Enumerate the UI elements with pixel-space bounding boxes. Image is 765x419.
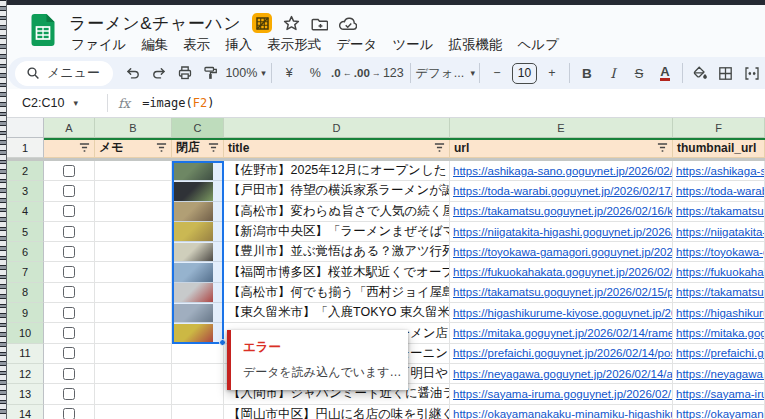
header-cell-url[interactable]: url (450, 138, 673, 158)
column-header-c[interactable]: C (172, 118, 224, 138)
checkbox[interactable] (63, 246, 75, 258)
cell-thumbnail-url[interactable]: https://higashikurume (673, 303, 765, 323)
row-header[interactable]: 9 (7, 303, 44, 323)
cell-url[interactable]: https://okayamanakaku-minamiku-higashiku… (450, 405, 673, 419)
cell-image[interactable] (172, 202, 224, 222)
cell-memo[interactable] (95, 323, 172, 343)
search-menus-button[interactable]: メニュー (15, 61, 113, 86)
column-header-e[interactable]: E (450, 118, 673, 138)
filter-icon[interactable] (657, 142, 668, 153)
thumbnail-url-link[interactable]: https://sayama-iruma (676, 388, 765, 400)
cell-checkbox[interactable] (44, 344, 95, 364)
checkbox[interactable] (63, 226, 75, 238)
url-link[interactable]: https://okayamanakaku-minamiku-higashiku… (453, 408, 673, 419)
cell-url[interactable]: https://takamatsu.goguynet.jp/2026/02/15… (450, 283, 673, 303)
cell-memo[interactable] (95, 202, 172, 222)
header-cell-title[interactable]: title (224, 138, 450, 158)
font-family-select[interactable]: デフォ... ▾ (415, 60, 475, 86)
checkbox[interactable] (63, 205, 75, 217)
row-header[interactable]: 10 (7, 323, 44, 343)
cell-url[interactable]: https://mitaka.goguynet.jp/2026/02/14/ra… (450, 323, 673, 343)
column-header-a[interactable]: A (44, 118, 95, 138)
cell-thumbnail-url[interactable]: https://niigatakita-hig (673, 222, 765, 242)
menu-insert[interactable]: 挿入 (225, 36, 252, 54)
thumbnail-url-link[interactable]: https://takamatsu.go (676, 205, 765, 217)
header-cell-memo[interactable]: メモ (95, 138, 172, 158)
checkbox[interactable] (63, 185, 75, 197)
thumbnail-url-link[interactable]: https://mitaka.goguyn (676, 327, 765, 339)
menu-extensions[interactable]: 拡張機能 (449, 36, 503, 54)
menu-help[interactable]: ヘルプ (518, 36, 559, 54)
xlsx-format-badge[interactable] (252, 13, 272, 33)
menu-tools[interactable]: ツール (392, 36, 433, 54)
menu-edit[interactable]: 編集 (141, 36, 168, 54)
cell-memo[interactable] (95, 262, 172, 282)
cell-checkbox[interactable] (44, 405, 95, 419)
document-title[interactable]: ラーメン&チャーハン (69, 12, 241, 35)
number-format-button[interactable]: 123 (380, 60, 406, 86)
row-header-1[interactable]: 1 (7, 138, 44, 158)
checkbox[interactable] (63, 165, 75, 177)
cloud-saved-icon[interactable] (339, 16, 357, 31)
checkbox[interactable] (63, 307, 75, 319)
text-color-button[interactable]: A (652, 60, 678, 86)
cell-memo[interactable] (95, 303, 172, 323)
zoom-control[interactable]: 100% ▾ (224, 60, 267, 86)
italic-button[interactable]: I (600, 60, 626, 86)
cell-title[interactable]: 【新潟市中央区】「ラーメンまぜそばマゼシャ (224, 222, 450, 242)
cell-memo[interactable] (95, 242, 172, 262)
cell-thumbnail-url[interactable]: https://okayamanaka (673, 405, 765, 419)
url-link[interactable]: https://prefaichi.goguynet.jp/2026/02/14… (453, 347, 673, 359)
cell-thumbnail-url[interactable]: https://toda-warabi.g (673, 181, 765, 201)
cell-checkbox[interactable] (44, 283, 95, 303)
url-link[interactable]: https://takamatsu.goguynet.jp/2026/02/16… (453, 205, 673, 217)
cell-checkbox[interactable] (44, 323, 95, 343)
checkbox[interactable] (63, 408, 75, 419)
cell-image[interactable] (172, 384, 224, 404)
menu-format[interactable]: 表示形式 (267, 36, 321, 54)
fill-handle[interactable] (219, 339, 226, 346)
thumbnail-url-link[interactable]: https://okayamanaka (676, 408, 765, 419)
thumbnail-url-link[interactable]: https://neyagawa.gog (676, 368, 765, 380)
checkbox[interactable] (63, 286, 75, 298)
cell-title[interactable]: 【岡山市中区】円山に名店の味を引継ぐ「中華 (224, 405, 450, 419)
format-currency-button[interactable]: ¥ (276, 60, 302, 86)
move-to-folder-icon[interactable] (311, 15, 328, 32)
cell-memo[interactable] (95, 344, 172, 364)
thumbnail-url-link[interactable]: https://ashikaga-sano (676, 165, 765, 177)
cell-memo[interactable] (95, 161, 172, 181)
row-header[interactable]: 2 (7, 161, 44, 181)
cell-memo[interactable] (95, 384, 172, 404)
cell-image[interactable] (172, 344, 224, 364)
url-link[interactable]: https://niigatakita-higashi.goguynet.jp/… (453, 226, 673, 238)
cell-thumbnail-url[interactable]: https://takamatsu.go (673, 202, 765, 222)
cell-image[interactable] (172, 323, 224, 343)
cell-image[interactable] (172, 161, 224, 181)
url-link[interactable]: https://toyokawa-gamagori.goguynet.jp/20… (453, 246, 673, 258)
cell-checkbox[interactable] (44, 384, 95, 404)
cell-image[interactable] (172, 405, 224, 419)
cell-url[interactable]: https://niigatakita-higashi.goguynet.jp/… (450, 222, 673, 242)
url-link[interactable]: https://mitaka.goguynet.jp/2026/02/14/ra… (453, 327, 673, 339)
formula-input[interactable]: =image(F2) (142, 96, 214, 110)
format-percent-button[interactable]: % (302, 60, 328, 86)
row-header[interactable]: 14 (7, 405, 44, 419)
cell-thumbnail-url[interactable]: https://mitaka.goguyn (673, 323, 765, 343)
menu-data[interactable]: データ (336, 36, 377, 54)
column-header-d[interactable]: D (224, 118, 450, 138)
thumbnail-url-link[interactable]: https://toda-warabi.g (676, 185, 765, 197)
cell-checkbox[interactable] (44, 202, 95, 222)
url-link[interactable]: https://sayama-iruma.goguynet.jp/2026/02… (453, 388, 673, 400)
cell-thumbnail-url[interactable]: https://fukuokahakata (673, 262, 765, 282)
font-size-input[interactable]: 10 (512, 63, 537, 84)
cell-memo[interactable] (95, 222, 172, 242)
cell-title[interactable]: 【東久留米市】「入鹿TOKYO 東久留米本店」 (224, 303, 450, 323)
header-cell-a1[interactable] (44, 138, 95, 158)
cell-thumbnail-url[interactable]: https://toyokawa-gam (673, 242, 765, 262)
print-button[interactable] (172, 60, 198, 86)
cell-thumbnail-url[interactable]: https://prefaichi.gogu (673, 344, 765, 364)
url-link[interactable]: https://toda-warabi.goguynet.jp/2026/02/… (453, 185, 673, 197)
cell-image[interactable] (172, 303, 224, 323)
cell-checkbox[interactable] (44, 181, 95, 201)
row-header[interactable]: 3 (7, 181, 44, 201)
